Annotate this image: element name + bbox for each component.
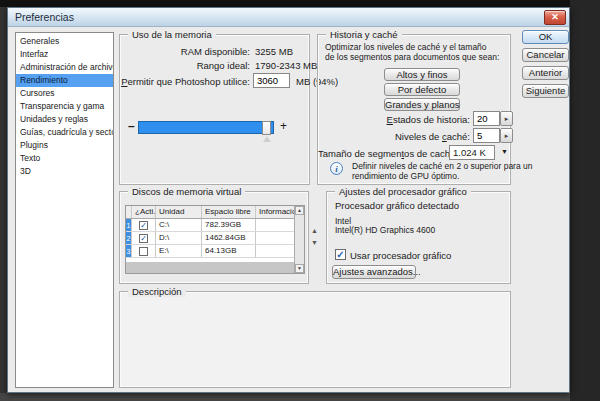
gpu-group-title: Ajustes del procesador gráfico (335, 186, 471, 197)
memory-slider-handle[interactable] (262, 121, 271, 135)
history-cache-group: Historia y caché Optimizar los niveles d… (317, 34, 511, 185)
row-drive: E:\ (156, 245, 202, 257)
chevron-down-icon[interactable]: ▼ (501, 148, 508, 155)
ok-button[interactable]: OK (522, 30, 569, 44)
disk-checkbox[interactable]: ✓ (139, 234, 148, 243)
use-gpu-label: Usar procesador gráfico (350, 250, 451, 261)
optimize-text-line2: de los segmentos para documentos que sea… (325, 52, 499, 62)
dialog-title: Preferencias (15, 8, 74, 27)
row-info (256, 232, 296, 244)
row-drive: D:\ (156, 232, 202, 244)
close-icon[interactable]: ✕ (544, 10, 566, 25)
col-info: Información (256, 206, 296, 218)
sidebar-item-plugins[interactable]: Plugins (16, 139, 113, 152)
disk-checkbox[interactable] (139, 247, 148, 256)
cancel-button[interactable]: Cancelar (522, 48, 569, 62)
move-disk-down-icon[interactable]: ▼ (311, 238, 318, 247)
optimize-text-line1: Optimizar los niveles de caché y el tama… (325, 42, 487, 52)
tile-size-dropdown[interactable]: 1.024 K (449, 145, 495, 160)
table-scrollbar[interactable]: ▲ ▼ (294, 206, 304, 273)
description-group: Descripción (119, 291, 511, 388)
row-active-cell: ✓ (132, 232, 156, 244)
scratch-disks-table: ¿Acti... Unidad Espacio libre Informació… (125, 205, 305, 274)
slider-minus-label: – (128, 119, 135, 133)
desktop-right-strip (570, 0, 600, 401)
sidebar-item-interfaz[interactable]: Interfaz (16, 48, 113, 61)
sidebar-item-guias[interactable]: Guías, cuadrícula y sectores (16, 126, 113, 139)
row-active-cell: ✓ (132, 219, 156, 231)
table-row[interactable]: 2 ✓ D:\ 1462.84GB (126, 232, 304, 245)
advanced-settings-button[interactable]: Ajustes avanzados... (332, 265, 416, 279)
row-drive: C:\ (156, 219, 202, 231)
gpu-model: Intel(R) HD Graphics 4600 (335, 225, 435, 235)
history-states-input[interactable] (473, 111, 500, 126)
move-disk-up-icon[interactable]: ▲ (311, 226, 318, 235)
col-drive: Unidad (156, 206, 202, 218)
next-button[interactable]: Siguiente (522, 84, 569, 98)
disk-checkbox[interactable]: ✓ (139, 221, 148, 230)
category-list: Generales Interfaz Administración de arc… (15, 32, 114, 388)
table-row[interactable]: 3 E:\ 64.13GB (126, 245, 304, 258)
row-free-space: 64.13GB (202, 245, 256, 257)
sidebar-item-cursores[interactable]: Cursores (16, 87, 113, 100)
desktop-top-strip (0, 0, 600, 7)
preset-tall-thin-button[interactable]: Altos y finos (384, 68, 460, 81)
ram-available-value: 3255 MB (255, 46, 293, 57)
sidebar-item-administracion-archivos[interactable]: Administración de archivos (16, 61, 113, 74)
scratch-disks-group-title: Discos de memoria virtual (128, 186, 245, 197)
preferences-dialog: Preferencias ✕ Generales Interfaz Admini… (7, 7, 570, 393)
desktop-bottom-strip (0, 393, 570, 401)
info-icon: i (330, 162, 343, 175)
scroll-up-icon[interactable]: ▲ (295, 206, 304, 215)
slider-plus-label: + (280, 119, 287, 133)
cache-levels-input[interactable] (473, 128, 500, 143)
ideal-range-label: Rango ideal: (120, 60, 250, 71)
cache-levels-label: Niveles de caché: (318, 131, 470, 142)
preset-big-flat-button[interactable]: Grandes y planos (384, 98, 460, 111)
gpu-detected-label: Procesador gráfico detectado (335, 200, 459, 211)
slider-marker-icon (263, 136, 271, 142)
sidebar-item-texto[interactable]: Texto (16, 152, 113, 165)
row-active-cell (132, 245, 156, 257)
memory-slider-track[interactable] (138, 121, 274, 134)
gpu-settings-group: Ajustes del procesador gráfico Procesado… (326, 191, 511, 284)
row-info (256, 219, 296, 231)
row-free-space: 1462.84GB (202, 232, 256, 244)
use-gpu-checkbox[interactable]: ✓ (335, 249, 346, 260)
sidebar-item-rendimiento[interactable]: Rendimiento (16, 74, 113, 87)
ideal-range-value: 1790-2343 MB (255, 60, 317, 71)
col-active: ¿Acti... (132, 206, 156, 218)
sidebar-item-generales[interactable]: Generales (16, 35, 113, 48)
scratch-disks-group: Discos de memoria virtual ¿Acti... Unida… (119, 191, 309, 284)
col-free-space: Espacio libre (202, 206, 256, 218)
history-states-spinner-icon[interactable]: ▸ (500, 111, 513, 126)
description-group-title: Descripción (128, 286, 186, 297)
ram-available-label: RAM disponible: (120, 46, 250, 57)
sidebar-item-transparencia[interactable]: Transparencia y gama (16, 100, 113, 113)
preset-default-button[interactable]: Por defecto (384, 83, 460, 96)
history-group-title: Historia y caché (326, 29, 402, 40)
row-info (256, 245, 296, 257)
sidebar-item-unidades[interactable]: Unidades y reglas (16, 113, 113, 126)
sidebar-item-3d[interactable]: 3D (16, 165, 113, 178)
cache-levels-spinner-icon[interactable]: ▸ (500, 128, 513, 143)
scroll-down-icon[interactable]: ▼ (295, 264, 304, 273)
tile-size-label: Tamaño de segmentos de caché: (318, 148, 446, 159)
table-row[interactable]: 1 ✓ C:\ 782.39GB (126, 219, 304, 232)
memory-amount-input[interactable] (253, 73, 290, 88)
history-states-label: Estados de historia: (318, 114, 470, 125)
table-empty-area (126, 262, 294, 274)
table-header-row: ¿Acti... Unidad Espacio libre Informació… (126, 206, 304, 219)
memory-group-title: Uso de la memoria (128, 29, 216, 40)
let-photoshop-use-label: Permitir que Photoshop utilice: (120, 76, 250, 87)
memory-usage-group: Uso de la memoria RAM disponible: 3255 M… (119, 34, 310, 185)
titlebar[interactable]: Preferencias ✕ (8, 8, 569, 27)
gpu-tip-line1: Definir niveles de caché en 2 o superior… (352, 161, 533, 171)
previous-button[interactable]: Anterior (522, 66, 569, 80)
row-free-space: 782.39GB (202, 219, 256, 231)
gpu-tip-line2: rendimiento de GPU óptimo. (352, 171, 459, 181)
